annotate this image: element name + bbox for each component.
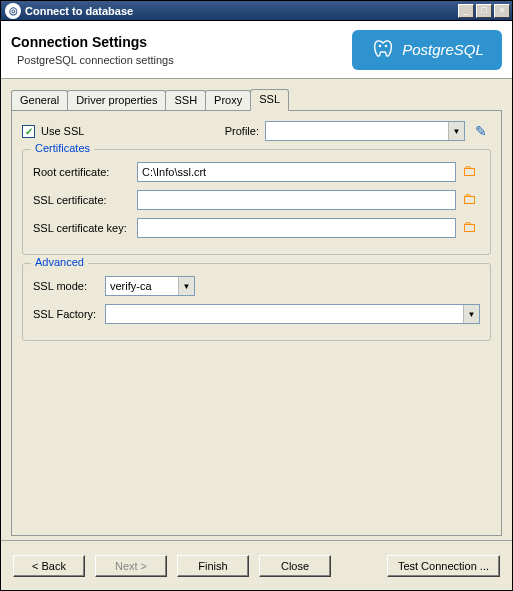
- edit-profile-icon[interactable]: ✎: [471, 121, 491, 141]
- folder-icon[interactable]: 🗀: [462, 192, 480, 208]
- svg-point-1: [386, 45, 387, 46]
- tab-driver-properties[interactable]: Driver properties: [67, 90, 166, 110]
- root-cert-input[interactable]: [137, 162, 456, 182]
- close-button[interactable]: Close: [259, 555, 331, 577]
- ssl-mode-label: SSL mode:: [33, 280, 99, 292]
- page-subtitle: PostgreSQL connection settings: [11, 54, 352, 66]
- app-icon: ◎: [5, 3, 21, 19]
- ssl-factory-label: SSL Factory:: [33, 308, 99, 320]
- finish-button[interactable]: Finish: [177, 555, 249, 577]
- ssl-key-label: SSL certificate key:: [33, 222, 131, 234]
- certificates-group-title: Certificates: [31, 142, 94, 154]
- tab-strip: General Driver properties SSH Proxy SSL: [11, 89, 502, 111]
- advanced-group-title: Advanced: [31, 256, 88, 268]
- ssl-mode-combo[interactable]: verify-ca ▼: [105, 276, 195, 296]
- tab-general[interactable]: General: [11, 90, 68, 110]
- folder-icon[interactable]: 🗀: [462, 164, 480, 180]
- banner: Connection Settings PostgreSQL connectio…: [1, 21, 512, 79]
- ssl-key-input[interactable]: [137, 218, 456, 238]
- window-title: Connect to database: [25, 5, 458, 17]
- button-bar: < Back Next > Finish Close Test Connecti…: [1, 540, 512, 590]
- ssl-cert-input[interactable]: [137, 190, 456, 210]
- logo-text: PostgreSQL: [402, 41, 484, 58]
- root-cert-label: Root certificate:: [33, 166, 131, 178]
- folder-icon[interactable]: 🗀: [462, 220, 480, 236]
- back-button[interactable]: < Back: [13, 555, 85, 577]
- close-window-button[interactable]: ×: [494, 4, 510, 18]
- svg-point-0: [380, 45, 381, 46]
- chevron-down-icon: ▼: [178, 277, 194, 295]
- use-ssl-label: Use SSL: [41, 125, 84, 137]
- test-connection-button[interactable]: Test Connection ...: [387, 555, 500, 577]
- page-title: Connection Settings: [11, 34, 352, 50]
- dialog-frame: Connection Settings PostgreSQL connectio…: [0, 20, 513, 591]
- advanced-group: Advanced SSL mode: verify-ca ▼ SSL Facto…: [22, 263, 491, 341]
- titlebar: ◎ Connect to database _ □ ×: [0, 0, 513, 20]
- elephant-icon: [370, 37, 396, 63]
- chevron-down-icon: ▼: [463, 305, 479, 323]
- certificates-group: Certificates Root certificate: 🗀 SSL cer…: [22, 149, 491, 255]
- ssl-cert-label: SSL certificate:: [33, 194, 131, 206]
- tab-proxy[interactable]: Proxy: [205, 90, 251, 110]
- profile-label: Profile:: [225, 125, 259, 137]
- minimize-button[interactable]: _: [458, 4, 474, 18]
- ssl-panel: ✓ Use SSL Profile: ▼ ✎ Certificates Root…: [11, 110, 502, 536]
- postgresql-logo: PostgreSQL: [352, 30, 502, 70]
- next-button: Next >: [95, 555, 167, 577]
- tab-ssl[interactable]: SSL: [250, 89, 289, 111]
- ssl-mode-value: verify-ca: [106, 280, 178, 292]
- tab-ssh[interactable]: SSH: [165, 90, 206, 110]
- use-ssl-checkbox[interactable]: ✓: [22, 125, 35, 138]
- maximize-button[interactable]: □: [476, 4, 492, 18]
- chevron-down-icon: ▼: [448, 122, 464, 140]
- ssl-factory-combo[interactable]: ▼: [105, 304, 480, 324]
- profile-combo[interactable]: ▼: [265, 121, 465, 141]
